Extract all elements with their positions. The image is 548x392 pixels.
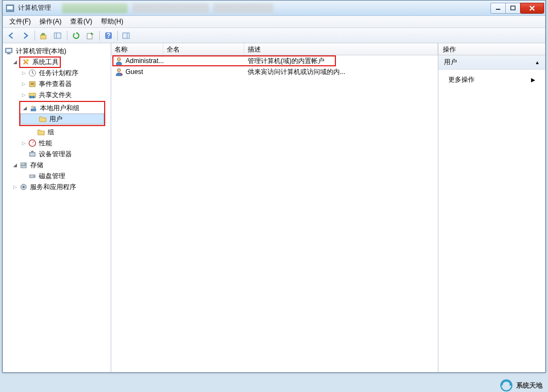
tree-storage[interactable]: ◢ 存储 bbox=[3, 160, 111, 171]
computer-icon bbox=[5, 47, 14, 55]
watermark-icon bbox=[500, 379, 513, 392]
svg-rect-11 bbox=[123, 33, 129, 38]
list-panel: 名称 全名 描述 Administrat... 管理计算机(域)的内置帐户 G bbox=[111, 43, 438, 372]
expander-icon[interactable]: ▷ bbox=[20, 81, 27, 87]
tree-panel[interactable]: 计算机管理(本地) ◢ 系统工具 ▷ 任务计划程序 ▷ 事件查看器 ▷ bbox=[3, 43, 111, 372]
user-row-guest[interactable]: Guest 供来宾访问计算机或访问域的内... bbox=[111, 66, 438, 77]
expander-icon[interactable]: ◢ bbox=[12, 59, 18, 65]
actions-section-users[interactable]: 用户 ▲ bbox=[438, 55, 545, 70]
expander-icon[interactable]: ◢ bbox=[21, 105, 28, 111]
clock-icon bbox=[28, 69, 37, 77]
tree-device-manager[interactable]: 设备管理器 bbox=[3, 149, 111, 160]
list-body[interactable]: Administrat... 管理计算机(域)的内置帐户 Guest 供来宾访问… bbox=[111, 55, 438, 372]
up-button[interactable] bbox=[37, 30, 50, 42]
taskbar-blur bbox=[62, 3, 273, 13]
svg-point-25 bbox=[33, 106, 36, 109]
svg-rect-31 bbox=[21, 166, 26, 168]
shared-folder-icon bbox=[28, 90, 37, 99]
tree-groups[interactable]: 组 bbox=[3, 127, 111, 138]
list-header: 名称 全名 描述 bbox=[111, 43, 438, 55]
expander-icon[interactable]: ▷ bbox=[20, 70, 27, 76]
tree-local-users-groups[interactable]: ◢ 本地用户和组 bbox=[20, 103, 104, 113]
svg-rect-26 bbox=[31, 109, 36, 111]
tools-icon bbox=[21, 58, 30, 66]
refresh-button[interactable] bbox=[70, 30, 83, 42]
svg-point-32 bbox=[25, 163, 26, 164]
svg-rect-3 bbox=[496, 9, 500, 10]
tree-services-apps[interactable]: ▷ 服务和应用程序 bbox=[3, 181, 111, 192]
watermark: 系统天地 bbox=[500, 379, 543, 392]
column-name[interactable]: 名称 bbox=[111, 43, 163, 55]
minimize-button[interactable] bbox=[490, 3, 506, 14]
tree-shared-folders[interactable]: ▷ 共享文件夹 bbox=[3, 89, 111, 100]
user-icon bbox=[115, 67, 123, 76]
menu-action[interactable]: 操作(A) bbox=[35, 16, 66, 27]
svg-rect-6 bbox=[54, 33, 61, 38]
back-button[interactable] bbox=[5, 30, 18, 42]
column-fullname[interactable]: 全名 bbox=[163, 43, 244, 55]
actions-panel: 操作 用户 ▲ 更多操作 ▶ bbox=[438, 43, 545, 372]
user-desc: 供来宾访问计算机或访问域的内... bbox=[248, 67, 345, 77]
actions-header: 操作 bbox=[438, 43, 545, 55]
svg-rect-15 bbox=[7, 53, 10, 54]
tree-root[interactable]: 计算机管理(本地) bbox=[3, 46, 111, 56]
svg-point-38 bbox=[117, 69, 121, 72]
window-controls bbox=[491, 3, 544, 14]
svg-rect-4 bbox=[511, 6, 515, 10]
device-icon bbox=[28, 150, 37, 158]
user-desc: 管理计算机(域)的内置帐户 bbox=[248, 56, 324, 66]
menu-file[interactable]: 文件(F) bbox=[5, 16, 35, 27]
toolbar: ? bbox=[3, 28, 545, 43]
chevron-right-icon: ▶ bbox=[531, 77, 535, 83]
svg-rect-5 bbox=[41, 35, 46, 39]
show-hide-tree-button[interactable] bbox=[52, 30, 65, 42]
svg-rect-29 bbox=[31, 151, 33, 152]
tree-event-viewer[interactable]: ▷ 事件查看器 bbox=[3, 78, 111, 89]
svg-point-23 bbox=[32, 96, 35, 99]
tree-users[interactable]: 用户 bbox=[20, 113, 104, 124]
action-pane-button[interactable] bbox=[120, 30, 133, 42]
svg-point-22 bbox=[30, 96, 32, 99]
tree-system-tools[interactable]: ◢ 系统工具 bbox=[3, 56, 111, 67]
svg-point-36 bbox=[22, 186, 25, 188]
user-icon bbox=[115, 56, 123, 65]
window-title: 计算机管理 bbox=[18, 3, 51, 13]
collapse-icon: ▲ bbox=[535, 60, 540, 65]
expander-icon[interactable]: ▷ bbox=[20, 92, 27, 98]
svg-point-16 bbox=[26, 59, 29, 62]
user-name: Administrat... bbox=[125, 57, 163, 65]
tree-task-scheduler[interactable]: ▷ 任务计划程序 bbox=[3, 67, 111, 78]
svg-text:?: ? bbox=[106, 32, 110, 39]
content-area: 计算机管理(本地) ◢ 系统工具 ▷ 任务计划程序 ▷ 事件查看器 ▷ bbox=[3, 43, 545, 372]
menu-view[interactable]: 查看(V) bbox=[66, 16, 96, 27]
titlebar[interactable]: 计算机管理 bbox=[3, 1, 545, 16]
maximize-button[interactable] bbox=[505, 3, 521, 14]
svg-rect-1 bbox=[7, 6, 13, 9]
tree-performance[interactable]: ▷ 性能 bbox=[3, 138, 111, 149]
svg-rect-2 bbox=[8, 10, 12, 12]
svg-point-34 bbox=[33, 176, 35, 177]
folder-icon bbox=[37, 128, 45, 137]
forward-button[interactable] bbox=[19, 30, 32, 42]
folder-icon bbox=[38, 115, 47, 123]
storage-icon bbox=[19, 161, 28, 169]
export-button[interactable] bbox=[84, 30, 97, 42]
action-more[interactable]: 更多操作 ▶ bbox=[448, 74, 535, 85]
expander-icon[interactable]: ◢ bbox=[12, 162, 18, 168]
performance-icon bbox=[28, 139, 37, 147]
svg-rect-28 bbox=[30, 152, 35, 156]
expander-icon[interactable]: ▷ bbox=[12, 184, 18, 190]
expander-icon[interactable]: ▷ bbox=[20, 140, 27, 146]
event-icon bbox=[28, 79, 37, 88]
user-name: Guest bbox=[125, 68, 143, 76]
tree-disk-management[interactable]: 磁盘管理 bbox=[3, 171, 111, 181]
close-button[interactable] bbox=[520, 3, 544, 14]
svg-point-37 bbox=[117, 58, 121, 61]
users-group-icon bbox=[29, 104, 38, 112]
menubar: 文件(F) 操作(A) 查看(V) 帮助(H) bbox=[3, 16, 545, 28]
column-desc[interactable]: 描述 bbox=[244, 43, 438, 55]
user-row-administrator[interactable]: Administrat... 管理计算机(域)的内置帐户 bbox=[111, 55, 438, 66]
help-button[interactable]: ? bbox=[102, 30, 115, 42]
menu-help[interactable]: 帮助(H) bbox=[96, 16, 128, 27]
main-window: 计算机管理 文件(F) 操作(A) 查看(V) 帮助(H) bbox=[2, 0, 546, 373]
